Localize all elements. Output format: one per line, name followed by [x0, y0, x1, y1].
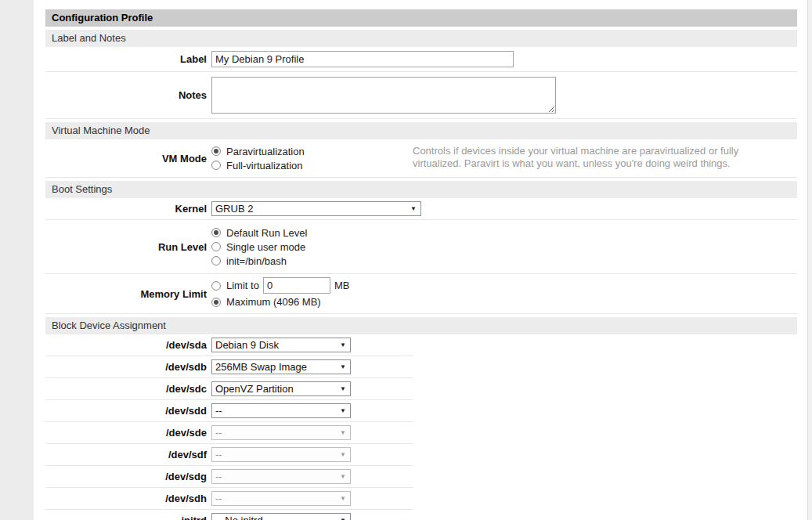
section-label-and-notes: Label and Notes [45, 30, 797, 47]
block-device-select-value: 256MB Swap Image [215, 361, 307, 373]
default-run-level-radio[interactable] [211, 228, 221, 237]
kernel-row: Kernel GRUB 2 ▼ [45, 198, 797, 220]
configuration-profile-form: Configuration Profile Label and Notes La… [45, 9, 797, 520]
kernel-select[interactable]: GRUB 2 ▼ [211, 201, 421, 216]
section-virtual-machine-mode: Virtual Machine Mode [45, 122, 797, 139]
block-device-select-value: -- No initrd -- [215, 515, 272, 520]
memory-limit-unit: MB [334, 280, 350, 291]
kernel-label: Kernel [45, 203, 211, 215]
block-device-row: /dev/sdg -- ▼ [45, 466, 413, 488]
block-device-select[interactable]: OpenVZ Partition ▼ [211, 381, 351, 396]
chevron-down-icon: ▼ [340, 495, 346, 502]
chevron-down-icon: ▼ [340, 341, 346, 348]
block-device-select[interactable]: -- No initrd -- ▼ [211, 513, 351, 520]
block-device-select-value: -- [215, 405, 222, 417]
block-device-select-value: -- [215, 493, 222, 504]
section-boot-settings: Boot Settings [45, 181, 797, 198]
run-level-row: Run Level Default Run Level Single user … [45, 220, 797, 274]
vm-mode-help-text: Controls if devices inside your virtual … [413, 144, 797, 170]
vertical-scrollbar[interactable] [807, 0, 812, 520]
label-row: Label [45, 47, 797, 72]
block-device-select[interactable]: Debian 9 Disk ▼ [211, 338, 351, 352]
limit-to-radio[interactable] [211, 281, 221, 291]
block-device-select[interactable]: -- ▼ [211, 403, 351, 418]
block-device-select[interactable]: -- ▼ [211, 491, 351, 506]
block-device-row: /dev/sdf -- ▼ [45, 444, 413, 466]
block-device-label: /dev/sdf [45, 449, 211, 460]
block-device-row: /dev/sdh -- ▼ [45, 488, 413, 510]
single-user-mode-radio[interactable] [211, 242, 221, 251]
block-device-row: /dev/sdc OpenVZ Partition ▼ [45, 378, 413, 400]
block-device-row: /dev/sdd -- ▼ [45, 400, 413, 422]
maximum-memory-radio[interactable] [211, 298, 221, 307]
paravirtualization-radio-label: Paravirtualization [226, 146, 305, 157]
single-user-mode-radio-label: Single user mode [226, 241, 305, 253]
section-block-device-assignment: Block Device Assignment [45, 317, 797, 334]
block-device-select[interactable]: -- ▼ [211, 469, 351, 484]
block-device-select[interactable]: -- ▼ [211, 425, 351, 440]
block-device-row: /dev/sde -- ▼ [45, 422, 413, 444]
memory-limit-input[interactable] [263, 277, 330, 294]
vm-mode-row: VM Mode Paravirtualization Full-virtuali… [45, 139, 797, 178]
label-field-label: Label [45, 53, 211, 65]
page-title: Configuration Profile [45, 9, 797, 27]
label-input[interactable] [211, 51, 514, 67]
notes-field-label: Notes [45, 89, 211, 101]
block-device-label: /dev/sde [45, 427, 211, 439]
block-device-label: /dev/sdh [45, 493, 211, 504]
chevron-down-icon: ▼ [340, 517, 346, 520]
run-level-option-init-bash[interactable]: init=/bin/bash [211, 254, 797, 268]
chevron-down-icon: ▼ [340, 473, 346, 480]
full-virtualization-radio-label: Full-virtualization [226, 160, 303, 172]
chevron-down-icon: ▼ [340, 451, 346, 458]
block-device-select[interactable]: -- ▼ [211, 447, 351, 462]
block-device-label: /dev/sdd [45, 405, 211, 417]
init-bin-bash-radio[interactable] [211, 256, 221, 265]
vm-mode-option-paravirtualization[interactable]: Paravirtualization [211, 144, 413, 158]
memory-limit-row: Memory Limit Limit to MB Maximum (4096 M… [45, 274, 797, 314]
block-device-label: initrd [45, 515, 211, 520]
vm-mode-option-full-virtualization[interactable]: Full-virtualization [211, 158, 413, 172]
block-device-select-value: -- [215, 427, 222, 439]
maximum-memory-radio-label: Maximum (4096 MB) [226, 296, 321, 308]
left-gutter [0, 0, 34, 520]
block-device-select-value: OpenVZ Partition [215, 383, 294, 395]
default-run-level-radio-label: Default Run Level [226, 227, 307, 239]
block-device-select-value: Debian 9 Disk [215, 339, 279, 351]
run-level-option-default[interactable]: Default Run Level [211, 226, 797, 240]
vm-mode-label: VM Mode [45, 153, 211, 164]
init-bin-bash-radio-label: init=/bin/bash [226, 255, 287, 267]
block-device-row: /dev/sdb 256MB Swap Image ▼ [45, 356, 413, 378]
run-level-option-single-user[interactable]: Single user mode [211, 240, 797, 254]
block-device-label: /dev/sdg [45, 471, 211, 482]
block-device-select-value: -- [215, 471, 222, 482]
block-device-rows: /dev/sda Debian 9 Disk ▼ /dev/sdb 256MB … [45, 334, 797, 520]
full-virtualization-radio[interactable] [211, 161, 221, 170]
memory-limit-option-maximum[interactable]: Maximum (4096 MB) [211, 294, 797, 310]
block-device-select[interactable]: 256MB Swap Image ▼ [211, 359, 351, 374]
run-level-label: Run Level [45, 241, 211, 253]
chevron-down-icon: ▼ [340, 385, 346, 392]
paravirtualization-radio[interactable] [211, 146, 221, 156]
block-device-label: /dev/sdc [45, 383, 211, 395]
block-device-row: /dev/sda Debian 9 Disk ▼ [45, 334, 413, 356]
block-device-label: /dev/sda [45, 339, 211, 351]
memory-limit-option-limit[interactable]: Limit to MB [211, 277, 797, 294]
block-device-select-value: -- [215, 449, 222, 460]
kernel-select-value: GRUB 2 [215, 203, 253, 215]
memory-limit-label: Memory Limit [45, 288, 211, 300]
block-device-row: initrd -- No initrd -- ▼ [45, 510, 413, 520]
notes-row: Notes [45, 72, 797, 119]
block-device-label: /dev/sdb [45, 361, 211, 373]
chevron-down-icon: ▼ [340, 363, 346, 370]
chevron-down-icon: ▼ [340, 407, 346, 414]
limit-to-radio-label: Limit to [226, 280, 259, 291]
notes-textarea[interactable] [211, 77, 556, 114]
chevron-down-icon: ▼ [410, 205, 417, 212]
chevron-down-icon: ▼ [340, 429, 346, 436]
